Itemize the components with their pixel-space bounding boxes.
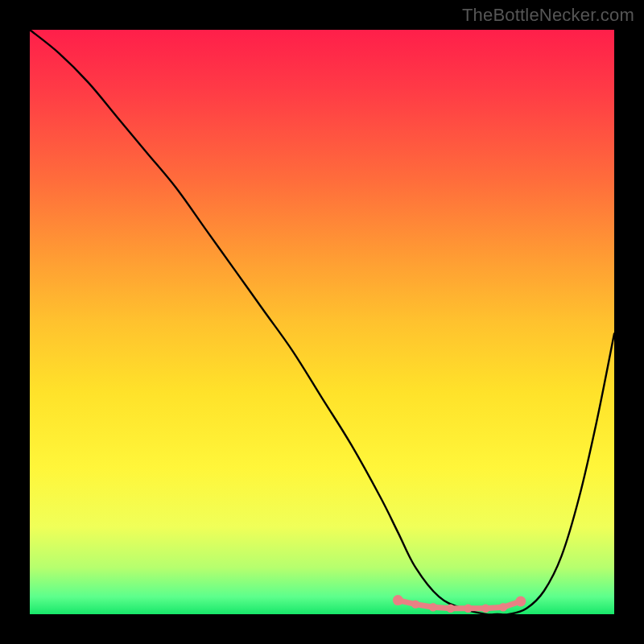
marker-dot <box>447 605 455 613</box>
marker-dot <box>481 605 489 613</box>
marker-dot <box>515 597 526 607</box>
chart-svg <box>30 30 614 614</box>
marker-dot <box>411 600 419 608</box>
plot-area <box>30 30 614 614</box>
marker-dot <box>429 603 437 611</box>
chart-frame: TheBottleNecker.com <box>0 0 644 644</box>
marker-dot <box>464 605 472 613</box>
bottleneck-curve <box>30 30 614 615</box>
marker-dot <box>393 595 403 605</box>
marker-dot <box>499 603 507 611</box>
watermark-text: TheBottleNecker.com <box>462 5 634 26</box>
